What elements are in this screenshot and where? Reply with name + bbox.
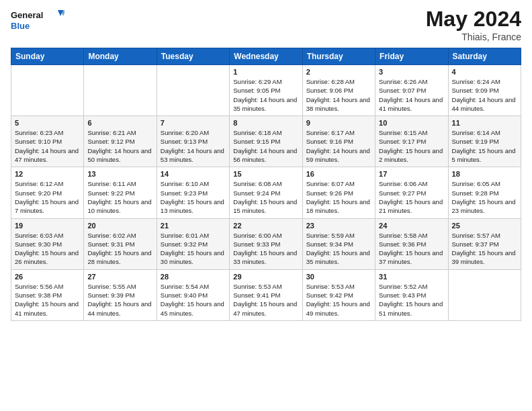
svg-text:General: General [11,10,43,20]
day-number: 8 [233,119,298,127]
calendar-week-4: 19Sunrise: 6:03 AMSunset: 9:30 PMDayligh… [11,218,521,269]
table-row: 1Sunrise: 6:29 AMSunset: 9:05 PMDaylight… [230,65,302,116]
table-row: 6Sunrise: 6:21 AMSunset: 9:12 PMDaylight… [84,116,157,167]
table-row: 17Sunrise: 6:06 AMSunset: 9:27 PMDayligh… [375,167,448,218]
day-info: Sunrise: 5:52 AMSunset: 9:43 PMDaylight:… [379,282,444,318]
day-info: Sunrise: 6:15 AMSunset: 9:17 PMDaylight:… [379,128,444,164]
day-info: Sunrise: 5:56 AMSunset: 9:38 PMDaylight:… [15,282,80,318]
col-wednesday: Wednesday [230,48,302,65]
calendar-header-row: Sunday Monday Tuesday Wednesday Thursday… [11,48,521,65]
day-number: 11 [452,119,517,127]
table-row: 25Sunrise: 5:57 AMSunset: 9:37 PMDayligh… [448,218,521,269]
table-row [11,65,84,116]
table-row: 12Sunrise: 6:12 AMSunset: 9:20 PMDayligh… [11,167,84,218]
table-row: 30Sunrise: 5:53 AMSunset: 9:42 PMDayligh… [302,269,375,320]
col-sunday: Sunday [11,48,84,65]
day-info: Sunrise: 6:23 AMSunset: 9:10 PMDaylight:… [15,128,80,164]
day-info: Sunrise: 6:20 AMSunset: 9:13 PMDaylight:… [161,128,226,164]
col-friday: Friday [375,48,448,65]
day-number: 2 [306,68,371,76]
day-number: 20 [87,222,152,230]
day-info: Sunrise: 6:08 AMSunset: 9:24 PMDaylight:… [233,179,298,215]
table-row: 11Sunrise: 6:14 AMSunset: 9:19 PMDayligh… [448,116,521,167]
table-row: 7Sunrise: 6:20 AMSunset: 9:13 PMDaylight… [157,116,229,167]
day-number: 6 [87,119,152,127]
table-row: 19Sunrise: 6:03 AMSunset: 9:30 PMDayligh… [11,218,84,269]
day-info: Sunrise: 6:28 AMSunset: 9:06 PMDaylight:… [306,77,371,113]
header: General Blue May 2024 Thiais, France [11,7,521,42]
table-row: 22Sunrise: 6:00 AMSunset: 9:33 PMDayligh… [230,218,302,269]
day-info: Sunrise: 6:10 AMSunset: 9:23 PMDaylight:… [161,179,226,215]
day-number: 31 [379,273,444,281]
day-number: 24 [379,222,444,230]
day-info: Sunrise: 6:06 AMSunset: 9:27 PMDaylight:… [379,179,444,215]
day-number: 15 [233,170,298,178]
table-row [84,65,157,116]
day-info: Sunrise: 6:03 AMSunset: 9:30 PMDaylight:… [15,231,80,267]
table-row: 27Sunrise: 5:55 AMSunset: 9:39 PMDayligh… [84,269,157,320]
day-info: Sunrise: 6:21 AMSunset: 9:12 PMDaylight:… [87,128,152,164]
day-info: Sunrise: 5:53 AMSunset: 9:41 PMDaylight:… [233,282,298,318]
day-info: Sunrise: 6:29 AMSunset: 9:05 PMDaylight:… [233,77,298,113]
month-title: May 2024 [426,7,521,32]
logo: General Blue [11,7,64,34]
calendar-week-3: 12Sunrise: 6:12 AMSunset: 9:20 PMDayligh… [11,167,521,218]
day-number: 30 [306,273,371,281]
day-info: Sunrise: 6:00 AMSunset: 9:33 PMDaylight:… [233,231,298,267]
table-row: 23Sunrise: 5:59 AMSunset: 9:34 PMDayligh… [302,218,375,269]
table-row: 26Sunrise: 5:56 AMSunset: 9:38 PMDayligh… [11,269,84,320]
table-row: 29Sunrise: 5:53 AMSunset: 9:41 PMDayligh… [230,269,302,320]
table-row: 28Sunrise: 5:54 AMSunset: 9:40 PMDayligh… [157,269,229,320]
day-info: Sunrise: 6:11 AMSunset: 9:22 PMDaylight:… [87,179,152,215]
calendar-table: Sunday Monday Tuesday Wednesday Thursday… [11,48,521,321]
table-row: 21Sunrise: 6:01 AMSunset: 9:32 PMDayligh… [157,218,229,269]
table-row: 15Sunrise: 6:08 AMSunset: 9:24 PMDayligh… [230,167,302,218]
table-row: 16Sunrise: 6:07 AMSunset: 9:26 PMDayligh… [302,167,375,218]
logo-svg: General Blue [11,7,64,34]
day-info: Sunrise: 6:14 AMSunset: 9:19 PMDaylight:… [452,128,517,164]
col-thursday: Thursday [302,48,375,65]
day-info: Sunrise: 6:02 AMSunset: 9:31 PMDaylight:… [87,231,152,267]
day-info: Sunrise: 5:58 AMSunset: 9:36 PMDaylight:… [379,231,444,267]
day-number: 27 [87,273,152,281]
day-number: 14 [161,170,226,178]
day-number: 19 [15,222,80,230]
day-number: 29 [233,273,298,281]
table-row: 31Sunrise: 5:52 AMSunset: 9:43 PMDayligh… [375,269,448,320]
day-number: 23 [306,222,371,230]
day-info: Sunrise: 5:54 AMSunset: 9:40 PMDaylight:… [161,282,226,318]
day-number: 1 [233,68,298,76]
day-info: Sunrise: 6:17 AMSunset: 9:16 PMDaylight:… [306,128,371,164]
table-row: 13Sunrise: 6:11 AMSunset: 9:22 PMDayligh… [84,167,157,218]
day-info: Sunrise: 5:55 AMSunset: 9:39 PMDaylight:… [87,282,152,318]
day-number: 25 [452,222,517,230]
day-number: 13 [87,170,152,178]
table-row: 9Sunrise: 6:17 AMSunset: 9:16 PMDaylight… [302,116,375,167]
table-row: 2Sunrise: 6:28 AMSunset: 9:06 PMDaylight… [302,65,375,116]
table-row: 20Sunrise: 6:02 AMSunset: 9:31 PMDayligh… [84,218,157,269]
day-info: Sunrise: 6:12 AMSunset: 9:20 PMDaylight:… [15,179,80,215]
day-info: Sunrise: 5:53 AMSunset: 9:42 PMDaylight:… [306,282,371,318]
svg-text:Blue: Blue [11,21,30,31]
day-info: Sunrise: 6:24 AMSunset: 9:09 PMDaylight:… [452,77,517,113]
col-monday: Monday [84,48,157,65]
day-info: Sunrise: 6:05 AMSunset: 9:28 PMDaylight:… [452,179,517,215]
day-info: Sunrise: 6:26 AMSunset: 9:07 PMDaylight:… [379,77,444,113]
day-number: 16 [306,170,371,178]
table-row: 4Sunrise: 6:24 AMSunset: 9:09 PMDaylight… [448,65,521,116]
table-row [448,269,521,320]
day-number: 4 [452,68,517,76]
table-row: 5Sunrise: 6:23 AMSunset: 9:10 PMDaylight… [11,116,84,167]
calendar-week-5: 26Sunrise: 5:56 AMSunset: 9:38 PMDayligh… [11,269,521,320]
day-info: Sunrise: 5:57 AMSunset: 9:37 PMDaylight:… [452,231,517,267]
day-number: 17 [379,170,444,178]
day-number: 9 [306,119,371,127]
col-saturday: Saturday [448,48,521,65]
location: Thiais, France [426,32,521,42]
day-number: 7 [161,119,226,127]
table-row: 3Sunrise: 6:26 AMSunset: 9:07 PMDaylight… [375,65,448,116]
day-number: 3 [379,68,444,76]
day-number: 5 [15,119,80,127]
title-block: May 2024 Thiais, France [426,7,521,42]
day-info: Sunrise: 6:18 AMSunset: 9:15 PMDaylight:… [233,128,298,164]
